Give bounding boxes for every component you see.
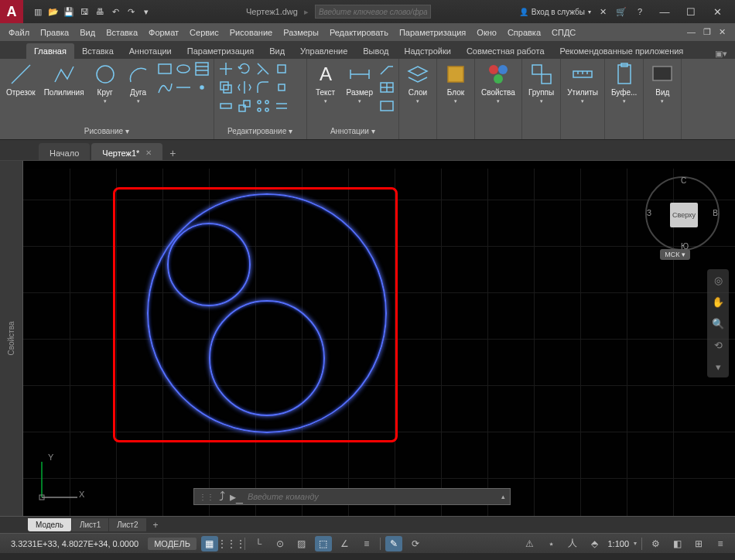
- menu-modify[interactable]: Редактировать: [324, 26, 394, 39]
- rectangle-icon[interactable]: [156, 60, 173, 77]
- snap-toggle-icon[interactable]: ⋮⋮⋮: [223, 536, 240, 551]
- maximize-button[interactable]: ☐: [678, 0, 704, 23]
- utilities-button[interactable]: Утилиты▾: [564, 60, 601, 106]
- osnap-toggle-icon[interactable]: ⬚: [315, 536, 332, 551]
- save-icon[interactable]: 💾: [62, 5, 76, 19]
- file-tab-drawing1[interactable]: Чертеж1* ✕: [91, 143, 162, 160]
- offset-icon[interactable]: [273, 97, 290, 114]
- fillet-icon[interactable]: [255, 79, 272, 96]
- ribbon-tab-parametric[interactable]: Параметризация: [179, 43, 262, 59]
- ucs-icon[interactable]: Y X: [31, 454, 85, 511]
- doc-close-icon[interactable]: ✕: [716, 27, 729, 37]
- menu-spds[interactable]: СПДС: [546, 26, 581, 39]
- ribbon-tab-insert[interactable]: Вставка: [74, 43, 121, 59]
- wcs-selector[interactable]: МСК ▾: [660, 249, 690, 260]
- ortho-toggle-icon[interactable]: └: [250, 536, 267, 551]
- customize-statusbar-icon[interactable]: ≡: [712, 536, 729, 551]
- command-line[interactable]: ⋮⋮ ⤴ ▸_ ▴: [193, 488, 511, 505]
- menu-window[interactable]: Окно: [471, 26, 502, 39]
- ribbon-tab-home[interactable]: Главная: [26, 43, 74, 59]
- ribbon-tab-manage[interactable]: Управление: [292, 43, 355, 59]
- menu-edit[interactable]: Правка: [35, 26, 74, 39]
- viewcube-west[interactable]: З: [647, 209, 651, 217]
- ribbon-tab-addins[interactable]: Надстройки: [397, 43, 459, 59]
- arc-button[interactable]: Дуга ▾: [123, 60, 154, 106]
- app-logo[interactable]: A: [0, 0, 23, 23]
- properties-palette-collapsed[interactable]: Свойства: [0, 161, 23, 516]
- layout-add-button[interactable]: +: [147, 518, 165, 532]
- new-icon[interactable]: ▥: [31, 5, 45, 19]
- nav-zoom-icon[interactable]: 🔍: [710, 316, 726, 331]
- spline-icon[interactable]: [156, 79, 173, 96]
- groups-button[interactable]: Группы▾: [525, 60, 557, 106]
- trim-icon[interactable]: [255, 60, 272, 77]
- modify-panel-title[interactable]: Редактирование ▾: [217, 125, 303, 139]
- layout-tab-sheet1[interactable]: Лист1: [72, 518, 109, 531]
- menu-format[interactable]: Формат: [143, 26, 184, 39]
- saveas-icon[interactable]: 🖫: [77, 5, 91, 19]
- construction-icon[interactable]: [175, 79, 192, 96]
- nav-orbit-icon[interactable]: ⟲: [710, 337, 726, 353]
- viewcube-face-top[interactable]: Сверху: [670, 203, 698, 227]
- open-icon[interactable]: 📂: [46, 5, 60, 19]
- erase-icon[interactable]: [273, 60, 290, 77]
- line-button[interactable]: Отрезок: [3, 60, 39, 98]
- menu-tools[interactable]: Сервис: [184, 26, 224, 39]
- viewcube-east[interactable]: В: [713, 209, 718, 217]
- selection-cycling-icon[interactable]: ⟳: [407, 536, 424, 551]
- grid-toggle-icon[interactable]: ▦: [201, 536, 218, 551]
- text-button[interactable]: A Текст▾: [310, 60, 341, 106]
- move-icon[interactable]: [217, 60, 234, 77]
- cmdline-grip-icon[interactable]: ⋮⋮: [199, 493, 214, 501]
- command-input[interactable]: [248, 492, 497, 501]
- nav-showmo-icon[interactable]: ▾: [710, 359, 726, 374]
- close-button[interactable]: ✕: [704, 0, 730, 23]
- properties-button[interactable]: Свойства▾: [478, 60, 518, 106]
- autoscale-icon[interactable]: ⬘: [586, 536, 603, 551]
- menu-help[interactable]: Справка: [502, 26, 546, 39]
- doc-min-icon[interactable]: —: [684, 27, 699, 37]
- cart-icon[interactable]: 🛒: [614, 5, 628, 19]
- menu-draw[interactable]: Рисование: [224, 26, 278, 39]
- stretch-icon[interactable]: [217, 97, 234, 114]
- viewcube-north[interactable]: С: [681, 176, 686, 185]
- annotation-scale-value[interactable]: 1:100: [607, 539, 629, 548]
- explode-icon[interactable]: [273, 79, 290, 96]
- annotation-visibility-icon[interactable]: 人: [564, 536, 581, 551]
- circle-small-top[interactable]: [167, 223, 251, 306]
- circle-button[interactable]: Круг ▾: [90, 60, 121, 106]
- point-icon[interactable]: [193, 79, 210, 96]
- redo-icon[interactable]: ↷: [124, 5, 138, 19]
- cmdline-history-icon[interactable]: ⤴: [219, 490, 225, 504]
- minimize-button[interactable]: —: [651, 0, 678, 23]
- isodraft-toggle-icon[interactable]: ▨: [293, 536, 310, 551]
- drawing-canvas[interactable]: Y X Сверху С Ю В З МСК ▾ ◎ ✋ 🔍 ⟲ ▾ ⋮⋮ ⤴: [23, 169, 735, 516]
- help-icon[interactable]: ?: [633, 5, 647, 19]
- ribbon-panel-toggle-icon[interactable]: ▣▾: [715, 49, 727, 59]
- ribbon-tab-collaborate[interactable]: Совместная работа: [459, 43, 552, 59]
- nav-pan-icon[interactable]: ✋: [710, 294, 726, 309]
- polyline-button[interactable]: Полилиния: [41, 60, 87, 98]
- tab-close-icon[interactable]: ✕: [145, 149, 152, 157]
- ribbon-tab-annotate[interactable]: Аннотации: [121, 43, 179, 59]
- leader-icon[interactable]: [378, 60, 395, 77]
- layout-tab-sheet2[interactable]: Лист2: [109, 518, 146, 531]
- table-icon[interactable]: [378, 79, 395, 96]
- polar-toggle-icon[interactable]: ⊙: [272, 536, 289, 551]
- array-icon[interactable]: [255, 97, 272, 114]
- menu-file[interactable]: Файл: [3, 26, 35, 39]
- workspace-switch-icon[interactable]: ⚙: [647, 536, 664, 551]
- ribbon-tab-output[interactable]: Вывод: [355, 43, 396, 59]
- doc-restore-icon[interactable]: ❐: [700, 27, 714, 37]
- quick-properties-icon[interactable]: ⊞: [690, 536, 707, 551]
- cmdline-recent-icon[interactable]: ▴: [501, 493, 505, 500]
- layout-tab-model[interactable]: Модель: [28, 518, 72, 531]
- dynamic-input-icon[interactable]: ✎: [385, 536, 402, 551]
- menu-dimension[interactable]: Размеры: [278, 26, 324, 39]
- ribbon-tab-featured[interactable]: Рекомендованные приложения: [552, 43, 692, 59]
- model-space-badge[interactable]: МОДЕЛЬ: [148, 538, 197, 550]
- layers-button[interactable]: Слои▾: [402, 60, 433, 106]
- mirror-icon[interactable]: [236, 79, 253, 96]
- annotation-scale-icon[interactable]: ⭑: [542, 536, 559, 551]
- circle-medium[interactable]: [209, 300, 325, 416]
